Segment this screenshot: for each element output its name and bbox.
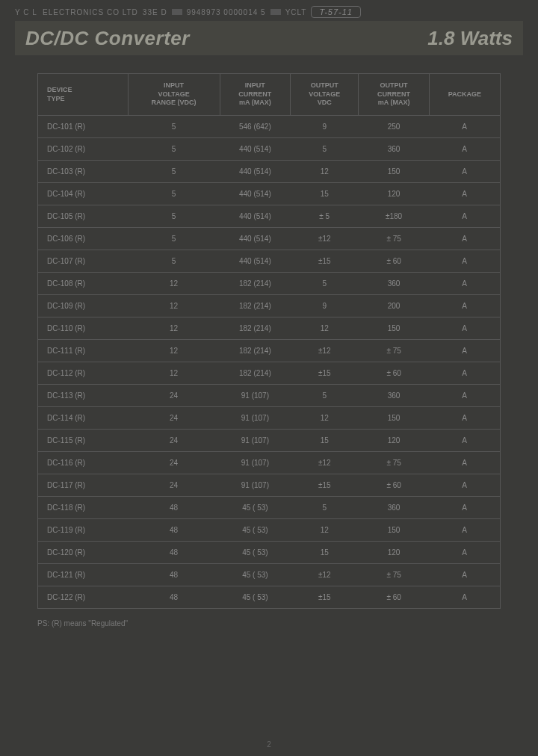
table-cell: 12	[291, 519, 359, 542]
table-row: DC-111 (R)12182 (214)±12± 75A	[38, 340, 501, 362]
table-cell: 9	[291, 116, 359, 138]
table-row: DC-107 (R)5440 (514)±15± 60A	[38, 250, 501, 273]
table-header: DEVICETYPE INPUTVOLTAGERANGE (VDC) INPUT…	[38, 74, 501, 116]
table-cell: A	[429, 228, 500, 250]
col-package: PACKAGE	[429, 74, 500, 116]
spec-table-wrap: DEVICETYPE INPUTVOLTAGERANGE (VDC) INPUT…	[37, 73, 501, 609]
table-cell: A	[429, 362, 500, 385]
table-cell: 48	[128, 542, 220, 564]
table-cell: 120	[359, 430, 430, 452]
table-row: DC-121 (R)4845 ( 53)±12± 75A	[38, 564, 501, 586]
table-cell: DC-122 (R)	[38, 586, 129, 609]
table-cell: ± 60	[359, 586, 430, 609]
code-2: 9948973 0000014 5	[187, 8, 266, 16]
table-cell: DC-112 (R)	[38, 362, 129, 385]
table-cell: 5	[128, 161, 220, 183]
table-cell: 5	[128, 228, 220, 250]
table-cell: 5	[128, 138, 220, 161]
table-cell: A	[429, 273, 500, 295]
table-cell: A	[429, 452, 500, 474]
table-cell: 12	[128, 295, 220, 317]
table-cell: 15	[291, 430, 359, 452]
table-cell: A	[429, 116, 500, 138]
table-cell: ±12	[291, 228, 359, 250]
title-right: 1.8 Watts	[427, 27, 513, 50]
table-row: DC-119 (R)4845 ( 53)12150A	[38, 519, 501, 542]
code-1: 33E D	[143, 8, 167, 16]
table-row: DC-113 (R)2491 (107)5360A	[38, 385, 501, 407]
table-cell: 45 ( 53)	[220, 564, 291, 586]
table-cell: 91 (107)	[220, 452, 291, 474]
table-cell: A	[429, 340, 500, 362]
table-cell: 546 (642)	[220, 116, 291, 138]
table-cell: 182 (214)	[220, 317, 291, 340]
table-cell: 12	[291, 317, 359, 340]
table-cell: 200	[359, 295, 430, 317]
table-cell: 250	[359, 116, 430, 138]
table-cell: 91 (107)	[220, 474, 291, 497]
table-cell: ± 75	[359, 452, 430, 474]
table-cell: 12	[128, 362, 220, 385]
page-number: 2	[0, 740, 538, 749]
table-cell: DC-121 (R)	[38, 564, 129, 586]
table-cell: 12	[291, 161, 359, 183]
table-cell: ±15	[291, 362, 359, 385]
table-cell: 150	[359, 519, 430, 542]
table-cell: 440 (514)	[220, 250, 291, 273]
table-cell: 5	[128, 183, 220, 205]
table-cell: ±15	[291, 474, 359, 497]
table-cell: 440 (514)	[220, 161, 291, 183]
table-cell: 440 (514)	[220, 228, 291, 250]
table-cell: ± 60	[359, 250, 430, 273]
table-cell: DC-104 (R)	[38, 183, 129, 205]
table-cell: DC-102 (R)	[38, 138, 129, 161]
table-cell: DC-116 (R)	[38, 452, 129, 474]
ref-number: T-57-11	[311, 6, 361, 18]
table-cell: 360	[359, 385, 430, 407]
table-cell: 150	[359, 407, 430, 430]
table-cell: 5	[128, 116, 220, 138]
table-cell: 5	[128, 205, 220, 228]
table-row: DC-112 (R)12182 (214)±15± 60A	[38, 362, 501, 385]
table-cell: 360	[359, 138, 430, 161]
table-cell: A	[429, 542, 500, 564]
title-bar: DC/DC Converter 1.8 Watts	[15, 21, 523, 55]
table-row: DC-116 (R)2491 (107)±12± 75A	[38, 452, 501, 474]
table-cell: 48	[128, 519, 220, 542]
table-cell: 12	[291, 407, 359, 430]
table-cell: 45 ( 53)	[220, 586, 291, 609]
table-cell: DC-106 (R)	[38, 228, 129, 250]
table-cell: 24	[128, 430, 220, 452]
table-cell: 440 (514)	[220, 205, 291, 228]
table-cell: DC-109 (R)	[38, 295, 129, 317]
table-row: DC-117 (R)2491 (107)±15± 60A	[38, 474, 501, 497]
table-row: DC-102 (R)5440 (514)5360A	[38, 138, 501, 161]
table-cell: DC-107 (R)	[38, 250, 129, 273]
table-cell: 150	[359, 317, 430, 340]
table-cell: A	[429, 250, 500, 273]
table-cell: A	[429, 407, 500, 430]
table-row: DC-103 (R)5440 (514)12150A	[38, 161, 501, 183]
table-cell: DC-117 (R)	[38, 474, 129, 497]
table-cell: 91 (107)	[220, 407, 291, 430]
col-input-voltage: INPUTVOLTAGERANGE (VDC)	[128, 74, 220, 116]
table-row: DC-104 (R)5440 (514)15120A	[38, 183, 501, 205]
table-row: DC-109 (R)12182 (214)9200A	[38, 295, 501, 317]
table-cell: ± 75	[359, 564, 430, 586]
table-cell: 360	[359, 273, 430, 295]
table-row: DC-120 (R)4845 ( 53)15120A	[38, 542, 501, 564]
table-cell: 182 (214)	[220, 295, 291, 317]
table-cell: 182 (214)	[220, 362, 291, 385]
table-cell: DC-110 (R)	[38, 317, 129, 340]
table-cell: 182 (214)	[220, 273, 291, 295]
table-cell: ±12	[291, 564, 359, 586]
table-cell: DC-114 (R)	[38, 407, 129, 430]
table-cell: 5	[291, 273, 359, 295]
table-cell: 12	[128, 340, 220, 362]
table-cell: A	[429, 183, 500, 205]
table-row: DC-114 (R)2491 (107)12150A	[38, 407, 501, 430]
table-row: DC-122 (R)4845 ( 53)±15± 60A	[38, 586, 501, 609]
table-cell: A	[429, 564, 500, 586]
table-cell: ±180	[359, 205, 430, 228]
table-cell: 45 ( 53)	[220, 497, 291, 519]
